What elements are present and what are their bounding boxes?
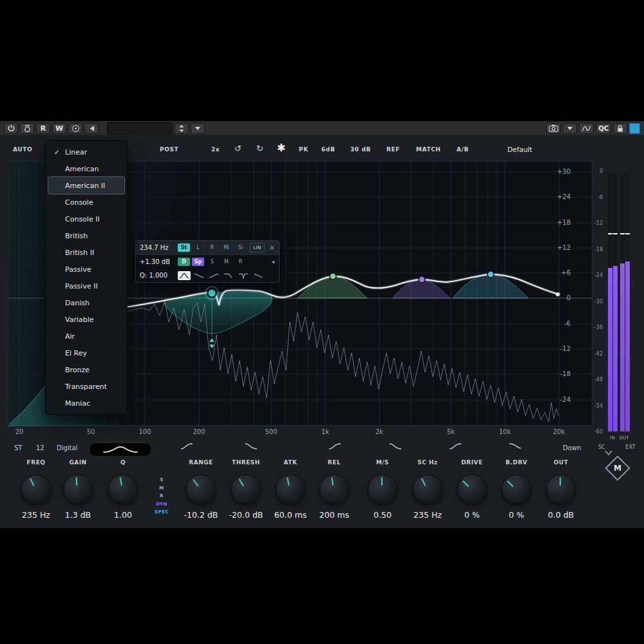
- out-knob[interactable]: [546, 475, 576, 504]
- chevron-down-icon: [194, 126, 201, 131]
- plugin-preset-button[interactable]: Default: [507, 146, 532, 153]
- redo-icon[interactable]: ↻: [256, 144, 263, 153]
- channel-chip-l[interactable]: L: [192, 243, 204, 252]
- shape-bell-icon[interactable]: [178, 271, 191, 280]
- menu-item-bronze[interactable]: Bronze: [48, 361, 124, 378]
- mode-chip-s[interactable]: S: [206, 258, 218, 266]
- band4-handle[interactable]: [488, 271, 494, 278]
- knob-pointer: [331, 477, 334, 486]
- range-arrow-icon[interactable]: [209, 338, 214, 348]
- oversampling-button[interactable]: 2x: [211, 146, 220, 153]
- linear-phase-chip[interactable]: LIN: [250, 243, 265, 252]
- band3-handle[interactable]: [419, 276, 425, 283]
- shape-tilt-icon[interactable]: [252, 271, 265, 280]
- menu-item-british[interactable]: British: [48, 227, 124, 244]
- range-knob[interactable]: [186, 475, 216, 504]
- display-range-button[interactable]: 30 dB: [350, 146, 371, 153]
- band1-handle[interactable]: [208, 289, 216, 298]
- drive-knob[interactable]: [457, 475, 487, 504]
- knob-value: 60.0 ms: [270, 510, 311, 520]
- ab-compare-button[interactable]: A/B: [457, 146, 469, 153]
- menu-item-danish[interactable]: Danish: [48, 294, 124, 311]
- preset-step-buttons[interactable]: [175, 123, 189, 134]
- thresh-knob[interactable]: [231, 475, 261, 504]
- menu-item-label: Air: [65, 332, 75, 341]
- undo-icon[interactable]: ↺: [234, 144, 242, 153]
- band2-handle[interactable]: [330, 273, 336, 279]
- q-knob[interactable]: [108, 475, 138, 504]
- band-q-value[interactable]: Q: 1.000: [140, 272, 176, 279]
- shape-high-shelf-down-icon[interactable]: [193, 271, 205, 280]
- band-mode-spec[interactable]: SPEC: [149, 509, 175, 515]
- preset-name-field[interactable]: [107, 122, 173, 135]
- match-button[interactable]: MATCH: [416, 146, 441, 153]
- switch-arrow-button[interactable]: [84, 123, 99, 134]
- freq-label-1k: 1k: [315, 428, 336, 436]
- mode-chip-r[interactable]: R: [234, 258, 247, 266]
- chevron-down-icon[interactable]: ▾: [272, 259, 275, 265]
- auto-button[interactable]: AUTO: [13, 146, 32, 153]
- menu-item-passive[interactable]: Passive: [48, 261, 124, 278]
- channel-chip-mi[interactable]: Mi: [220, 243, 232, 252]
- band-gain-value[interactable]: +1.30 dB: [140, 258, 176, 265]
- freeze-star-icon[interactable]: ✱: [277, 142, 285, 154]
- band-frequency-value[interactable]: 234.7 Hz: [140, 244, 176, 251]
- menu-item-linear[interactable]: ✓Linear: [48, 144, 124, 160]
- qc-focus-button[interactable]: [613, 123, 627, 134]
- down-fold-label[interactable]: Down: [563, 444, 581, 451]
- pk-button[interactable]: PK: [299, 146, 308, 153]
- qc-active-indicator[interactable]: [629, 123, 640, 134]
- mode-chip-sp[interactable]: Sp: [192, 258, 204, 266]
- menu-item-transparent[interactable]: Transparent: [48, 378, 124, 395]
- band-mode-m[interactable]: M: [149, 486, 175, 491]
- shape-low-pass-icon[interactable]: [222, 271, 235, 280]
- band-mode-s[interactable]: S: [149, 477, 175, 482]
- preset-dropdown-button[interactable]: [191, 123, 205, 134]
- slope-button[interactable]: 6dB: [321, 146, 335, 153]
- mode-label[interactable]: Digital: [57, 444, 77, 451]
- m-s-knob[interactable]: [368, 475, 397, 504]
- atk-knob[interactable]: [276, 475, 305, 504]
- functions-dropdown-button[interactable]: [563, 123, 577, 134]
- gain-knob[interactable]: [63, 475, 93, 504]
- b-drv-knob[interactable]: [502, 475, 531, 504]
- menu-item-maniac[interactable]: Maniac: [48, 395, 124, 412]
- channel-chip-st[interactable]: St: [178, 243, 190, 252]
- band-mode-dyn[interactable]: DYN: [149, 502, 175, 507]
- menu-item-american-ii[interactable]: American II: [48, 177, 124, 194]
- external-label[interactable]: EXT: [622, 444, 639, 450]
- rel-knob[interactable]: [319, 475, 349, 504]
- mode-chip-d[interactable]: D: [178, 258, 190, 266]
- ref-button[interactable]: REF: [386, 146, 400, 153]
- menu-item-british-ii[interactable]: British II: [48, 244, 124, 261]
- shape-low-shelf-up-icon[interactable]: [207, 271, 220, 280]
- bypass-button[interactable]: [20, 123, 34, 134]
- sc-chevron-icon[interactable]: [604, 450, 613, 456]
- menu-item-variable[interactable]: Variable: [48, 311, 124, 328]
- band-panel-row-q: Q: 1.000: [136, 269, 279, 282]
- menu-item-el-rey[interactable]: El Rey: [48, 345, 124, 361]
- automation-curve-button[interactable]: [579, 123, 594, 134]
- post-button[interactable]: POST: [160, 146, 178, 153]
- power-button[interactable]: [4, 123, 18, 134]
- read-automation-button[interactable]: R: [36, 123, 50, 134]
- close-icon[interactable]: ×: [269, 243, 275, 252]
- menu-item-passive-ii[interactable]: Passive II: [48, 278, 124, 294]
- band-mode-r[interactable]: R: [149, 493, 175, 498]
- qc-button[interactable]: QC: [596, 123, 611, 134]
- snapshot-camera-button[interactable]: [546, 123, 561, 134]
- freq-knob[interactable]: [21, 475, 51, 504]
- edit-button[interactable]: [68, 123, 82, 134]
- menu-item-console[interactable]: Console: [48, 194, 124, 211]
- sc-hz-knob[interactable]: [413, 475, 442, 504]
- channel-chip-si[interactable]: Si: [234, 243, 247, 252]
- curve-display-pill[interactable]: [89, 442, 152, 457]
- menu-item-american[interactable]: American: [48, 160, 124, 177]
- menu-item-console-ii[interactable]: Console II: [48, 211, 124, 227]
- channel-chip-r[interactable]: R: [206, 243, 218, 252]
- shape-notch-icon[interactable]: [237, 271, 250, 280]
- write-automation-button[interactable]: W: [52, 123, 66, 134]
- mode-chip-m[interactable]: M: [220, 258, 232, 266]
- menu-item-air[interactable]: Air: [48, 328, 124, 345]
- sidechain-label[interactable]: SC: [595, 444, 608, 450]
